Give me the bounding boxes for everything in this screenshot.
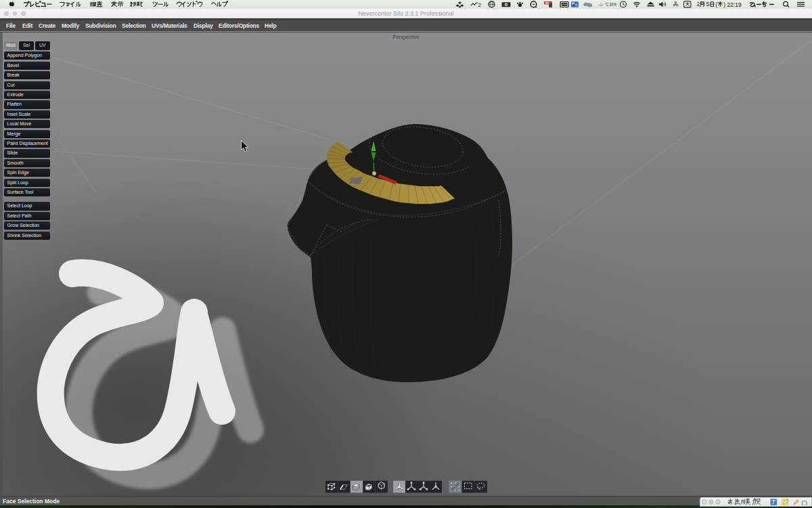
- svg-text:(′′): (′′): [802, 499, 808, 505]
- svg-text:R: R: [741, 499, 746, 505]
